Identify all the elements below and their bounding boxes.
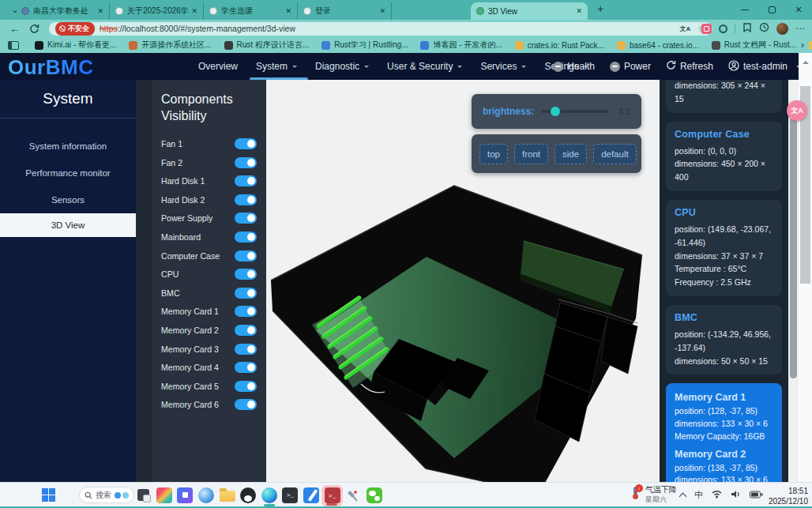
reload-icon[interactable] <box>29 24 39 34</box>
user-menu[interactable]: test-admin <box>728 60 801 73</box>
visibility-toggle[interactable] <box>235 194 257 205</box>
nav-item[interactable]: Diagnostic <box>312 53 372 80</box>
wechat-icon[interactable] <box>364 483 385 507</box>
translate-float-button[interactable]: 文A <box>787 100 807 121</box>
visibility-toggle[interactable] <box>235 231 257 243</box>
collections-icon[interactable] <box>742 21 752 36</box>
panel-scrollbar[interactable] <box>788 80 799 482</box>
bookmark-item[interactable]: base64 - crates.io... <box>617 41 699 50</box>
terminal-icon[interactable]: >_ <box>280 483 301 507</box>
bookmark-item[interactable]: 我的课程 | 星码Sta... <box>809 40 812 51</box>
visibility-toggle[interactable] <box>235 362 257 373</box>
visibility-toggle[interactable] <box>235 213 257 224</box>
computer-case-card[interactable]: Computer Case position: (0, 0, 0) dimens… <box>666 122 782 191</box>
refresh-button[interactable]: Refresh <box>666 60 713 73</box>
security-badge[interactable]: 不安全 <box>55 22 95 36</box>
mainboard-card[interactable]: dimensions: 305 × 244 × 15 <box>666 80 782 113</box>
bookmark-item[interactable]: 博客园 - 开发者的... <box>420 40 502 51</box>
visibility-toggle[interactable] <box>235 381 257 392</box>
wifi-icon[interactable] <box>712 490 722 500</box>
bookmark-item[interactable]: 开源操作系统社区... <box>129 40 211 51</box>
extension-ring-icon[interactable] <box>719 24 727 33</box>
visibility-toggle[interactable] <box>235 288 257 299</box>
sidebar-item[interactable]: Performance monitor <box>0 160 136 186</box>
browser-menu-icon[interactable]: ⋯ <box>795 23 806 34</box>
pixpin-icon[interactable] <box>154 483 175 507</box>
pin-tool-icon[interactable] <box>343 483 364 507</box>
bookmark-item[interactable]: Rust 文档网 - Rust... <box>712 40 796 51</box>
visibility-toggle[interactable] <box>235 306 257 317</box>
window-minimize-button[interactable] <box>731 0 758 20</box>
volume-icon[interactable] <box>731 490 741 500</box>
tab-close-icon[interactable]: ✕ <box>379 7 385 15</box>
browser-globe-icon[interactable] <box>196 483 217 507</box>
visibility-toggle[interactable] <box>235 325 257 336</box>
sidebar-item[interactable]: 3D View <box>0 213 136 237</box>
panel-scrollbar-thumb[interactable] <box>790 118 797 378</box>
window-close-button[interactable]: ✕ <box>785 0 812 20</box>
address-bar[interactable]: 不安全 https ://localhost:8000/#/system-man… <box>49 22 712 36</box>
browser-tab[interactable]: 南昌大学教务处 ✕ <box>16 2 110 20</box>
qq-icon[interactable] <box>238 483 259 507</box>
visibility-toggle[interactable] <box>235 138 257 149</box>
new-tab-button[interactable]: + <box>597 2 603 15</box>
nav-item[interactable]: User & Security <box>384 53 465 80</box>
browser-tab[interactable]: 关于2025-2026学年春季学期专业 ✕ <box>110 2 204 20</box>
profile-avatar[interactable] <box>776 23 788 35</box>
tab-close-icon[interactable]: ✕ <box>285 7 291 15</box>
edge-icon[interactable] <box>259 483 280 507</box>
ime-indicator[interactable]: 中 <box>694 489 703 501</box>
brightness-slider[interactable] <box>541 110 608 113</box>
app-box-icon[interactable] <box>175 483 196 507</box>
tab-close-icon[interactable]: ✕ <box>97 7 103 15</box>
bookmark-item[interactable]: Rust 程序设计语言... <box>224 40 310 51</box>
bookmark-item[interactable]: Kimi.ai - 帮你看更... <box>35 40 116 51</box>
translate-icon[interactable]: 文A <box>679 24 690 33</box>
view-button[interactable]: top <box>479 144 508 164</box>
tray-chevron-up-icon[interactable] <box>679 492 687 500</box>
visibility-toggle[interactable] <box>235 175 257 186</box>
power-button[interactable]: Power <box>610 61 651 72</box>
back-icon[interactable]: ← <box>9 23 20 35</box>
tab-close-icon[interactable]: ✕ <box>191 7 197 15</box>
visibility-toggle[interactable] <box>235 157 257 168</box>
visibility-toggle[interactable] <box>235 269 257 280</box>
task-view-icon[interactable] <box>133 483 154 507</box>
tab-close-icon[interactable]: ✕ <box>576 7 582 15</box>
weather-widget[interactable]: ↓ 气温下降 星期六 <box>630 485 677 504</box>
browser-tab[interactable]: 3D View ✕ <box>471 2 588 20</box>
sidebar-item[interactable]: Sensors <box>0 186 136 213</box>
health-button[interactable]: Health <box>553 61 595 72</box>
nav-item[interactable]: Services <box>477 53 529 80</box>
view-button[interactable]: side <box>554 144 587 164</box>
nav-item[interactable]: System <box>253 53 300 80</box>
scrollbar-up-icon[interactable] <box>803 58 809 64</box>
cpu-card[interactable]: CPU position: (149.68, -23.067, -61.446)… <box>666 200 782 296</box>
nav-item[interactable]: Overview <box>195 53 241 80</box>
terminal-admin-icon[interactable]: >_ <box>321 485 343 506</box>
vscode-icon[interactable] <box>301 483 322 507</box>
browser-tab[interactable]: 登录 ✕ <box>298 2 392 20</box>
visibility-toggle[interactable] <box>235 344 257 355</box>
sidebar-item[interactable]: System information <box>0 133 136 160</box>
visibility-toggle[interactable] <box>235 399 257 410</box>
view-button[interactable]: front <box>514 144 548 164</box>
bookmark-item[interactable]: crates.io: Rust Pack... <box>515 41 604 50</box>
battery-icon[interactable] <box>750 491 763 500</box>
brightness-slider-knob[interactable] <box>551 107 560 116</box>
start-button[interactable] <box>42 488 55 502</box>
bmc-card[interactable]: BMC position: (-134.29, 46.956, -137.64)… <box>666 305 782 374</box>
history-icon[interactable] <box>759 21 769 36</box>
visibility-toggle[interactable] <box>235 250 257 262</box>
extension-pink-icon[interactable] <box>701 24 712 34</box>
sidebar-toggle-icon[interactable] <box>8 41 19 50</box>
file-explorer-icon[interactable] <box>216 483 238 507</box>
browser-tab[interactable]: 学生选课 ✕ <box>204 2 298 20</box>
bookmarks-overflow-icon[interactable]: › <box>801 40 804 51</box>
search-input[interactable]: 搜索 <box>79 487 134 503</box>
window-maximize-button[interactable] <box>758 0 785 20</box>
taskbar-clock[interactable]: 18:51 2025/12/10 <box>769 486 808 506</box>
bookmark-item[interactable]: Rust学习 | Rustling... <box>321 40 408 51</box>
view-button[interactable]: default <box>593 144 637 164</box>
memory-cards-card[interactable]: Memory Card 1 position: (128, -37, 85) d… <box>666 383 782 482</box>
